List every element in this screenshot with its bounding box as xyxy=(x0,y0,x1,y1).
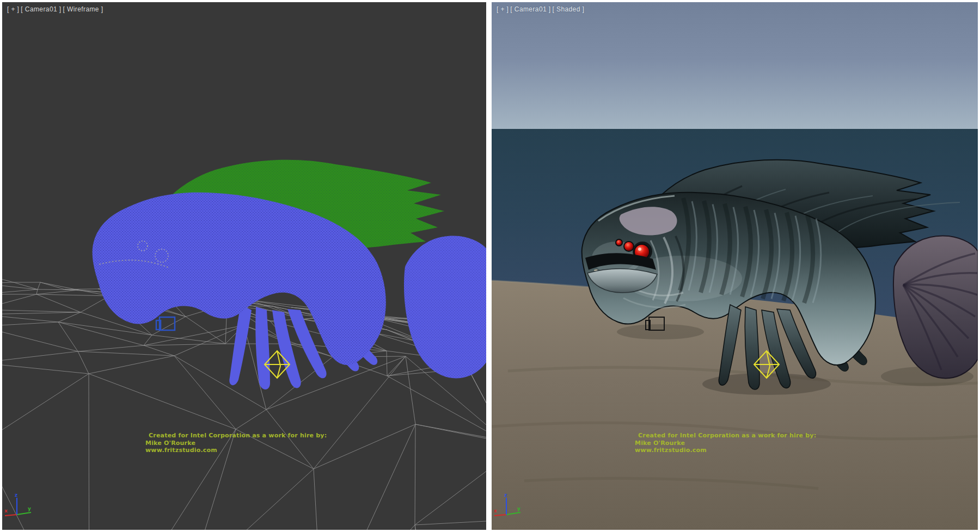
axis-x-line xyxy=(5,515,17,516)
annotation-line-3: www.fritzstudio.com xyxy=(145,447,327,454)
sky xyxy=(492,2,978,129)
viewport-pov-menu[interactable]: [ Camera01 ] xyxy=(510,5,550,13)
viewport-shading-menu[interactable]: [ Wireframe ] xyxy=(63,5,103,13)
axis-tripod: x y z xyxy=(493,492,528,530)
annotation-line-1: Created for Intel Corporation as a work … xyxy=(635,432,816,440)
viewport-shading-menu[interactable]: [ Shaded ] xyxy=(553,5,585,13)
axis-z-label: z xyxy=(504,492,507,498)
viewport-pov-menu[interactable]: [ Camera01 ] xyxy=(21,5,61,13)
viewport-menu-left: [ + ][ Camera01 ][ Wireframe ] xyxy=(7,5,105,13)
axis-y-label: y xyxy=(28,506,31,511)
annotation-line-2: Mike O'Rourke xyxy=(145,440,327,447)
viewport-expand-menu[interactable]: [ + ] xyxy=(7,5,19,13)
scene-annotation: Created for Intel Corporation as a work … xyxy=(635,432,816,454)
axis-y-label: y xyxy=(517,506,520,511)
annotation-line-3: www.fritzstudio.com xyxy=(635,447,816,454)
viewport-shaded[interactable]: [ + ][ Camera01 ][ Shaded ] xyxy=(492,2,978,530)
viewport-expand-menu[interactable]: [ + ] xyxy=(497,5,509,13)
axis-tripod: x y z xyxy=(3,492,38,530)
eye-red xyxy=(616,240,622,245)
scene-annotation: Created for Intel Corporation as a work … xyxy=(145,432,327,454)
fish-model-wireframe[interactable] xyxy=(93,160,486,389)
axis-x-label: x xyxy=(4,508,8,514)
annotation-line-1: Created for Intel Corporation as a work … xyxy=(145,432,327,440)
axis-x-label: x xyxy=(494,508,497,514)
application-window: [ + ][ Camera01 ][ Wireframe ] Created f… xyxy=(0,0,980,532)
annotation-line-2: Mike O'Rourke xyxy=(635,440,816,447)
axis-z-label: z xyxy=(15,492,17,498)
viewport-wireframe[interactable]: [ + ][ Camera01 ][ Wireframe ] Created f… xyxy=(2,2,486,530)
eye-red xyxy=(624,242,633,251)
viewport-menu-right: [ + ][ Camera01 ][ Shaded ] xyxy=(497,5,586,13)
axis-x-line xyxy=(494,515,506,516)
axis-y-line xyxy=(17,512,31,515)
box-helper[interactable] xyxy=(156,317,175,330)
axis-y-line xyxy=(506,512,520,515)
